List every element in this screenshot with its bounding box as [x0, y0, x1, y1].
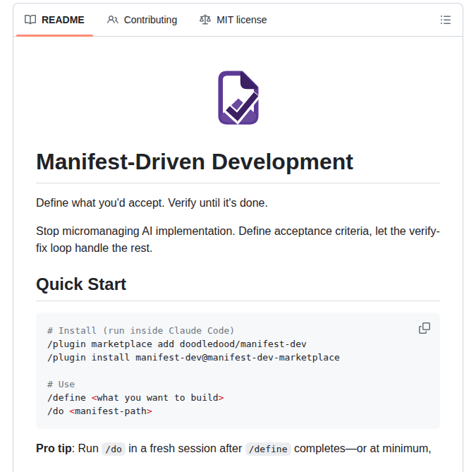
tab-contributing[interactable]: Contributing: [99, 4, 186, 36]
readme-card: README Contributing MIT license: [13, 3, 463, 472]
copy-button[interactable]: [416, 320, 433, 337]
quick-start-heading: Quick Start: [36, 274, 440, 301]
code-content: # Install (run inside Claude Code)/plugi…: [47, 324, 429, 418]
tagline-text: Define what you'd accept. Verify until i…: [36, 195, 440, 212]
tab-readme-label: README: [42, 14, 85, 25]
file-tab-bar: README Contributing MIT license: [13, 4, 463, 37]
tab-mit-license-label: MIT license: [216, 14, 267, 25]
tabbar-spacer: [281, 4, 435, 36]
people-icon: [107, 14, 118, 25]
book-icon: [25, 14, 36, 25]
quick-start-code-block: # Install (run inside Claude Code)/plugi…: [36, 313, 440, 429]
copy-icon: [419, 322, 430, 334]
tab-contributing-label: Contributing: [124, 14, 178, 25]
law-icon: [200, 14, 211, 25]
readme-page: README Contributing MIT license: [0, 0, 476, 472]
manifest-dev-logo-icon: [36, 71, 440, 125]
readme-content: Manifest-Driven Development Define what …: [13, 37, 463, 472]
tab-readme[interactable]: README: [16, 4, 93, 36]
logo-paragraph: [36, 71, 440, 125]
pro-tip-text: Pro tip: Run /do in a fresh session afte…: [36, 440, 440, 458]
outline-toggle-button[interactable]: [434, 4, 457, 36]
tab-mit-license[interactable]: MIT license: [191, 4, 275, 36]
page-title: Manifest-Driven Development: [36, 147, 440, 183]
list-unordered-icon: [440, 14, 451, 25]
intro-text: Stop micromanaging AI implementation. De…: [36, 223, 440, 257]
